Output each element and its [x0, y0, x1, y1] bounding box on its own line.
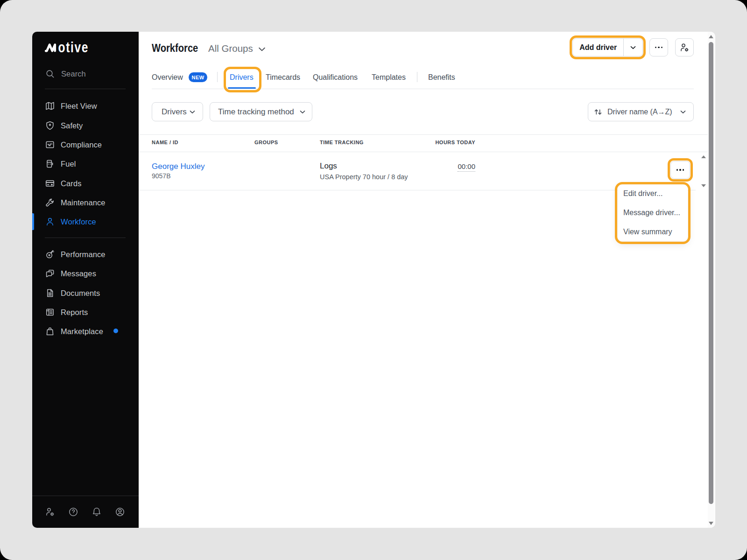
svg-text:otive: otive — [58, 40, 89, 55]
